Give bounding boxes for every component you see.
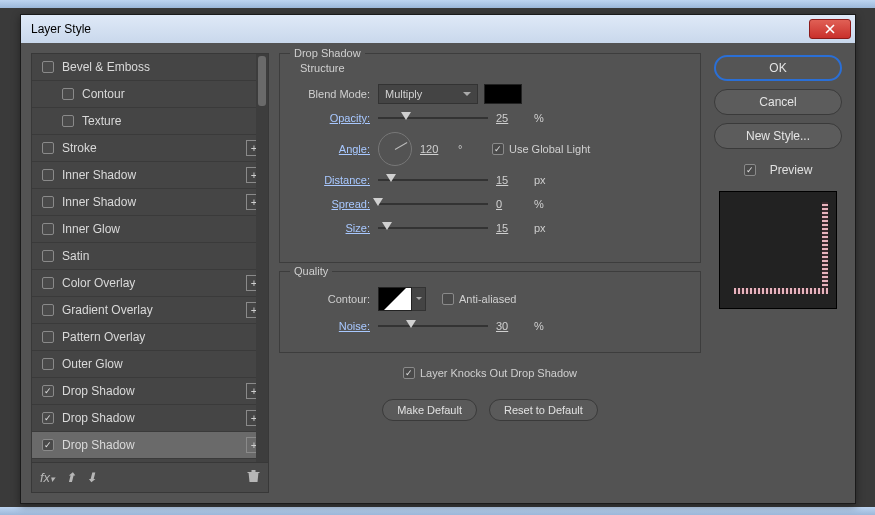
style-label: Contour <box>82 87 262 101</box>
style-row[interactable]: Stroke+ <box>32 135 268 162</box>
checkbox-icon[interactable] <box>42 250 54 262</box>
scrollbar[interactable] <box>256 54 268 462</box>
checkbox-icon[interactable] <box>42 304 54 316</box>
reset-default-button[interactable]: Reset to Default <box>489 399 598 421</box>
checkbox-icon[interactable] <box>42 331 54 343</box>
style-label: Outer Glow <box>62 357 262 371</box>
quality-title: Quality <box>290 265 332 277</box>
opacity-unit: % <box>534 112 558 124</box>
style-row[interactable]: Inner Glow <box>32 216 268 243</box>
distance-slider[interactable] <box>378 179 488 181</box>
spread-unit: % <box>534 198 558 210</box>
new-style-button[interactable]: New Style... <box>714 123 842 149</box>
angle-value[interactable]: 120 <box>420 143 458 155</box>
spread-value[interactable]: 0 <box>496 198 534 210</box>
noise-slider[interactable] <box>378 325 488 327</box>
style-row[interactable]: Contour <box>32 81 268 108</box>
checkbox-icon[interactable] <box>42 439 54 451</box>
style-row[interactable]: Drop Shadow+ <box>32 432 268 459</box>
use-global-light-checkbox[interactable]: Use Global Light <box>492 143 590 155</box>
size-value[interactable]: 15 <box>496 222 534 234</box>
noise-value[interactable]: 30 <box>496 320 534 332</box>
checkbox-icon <box>744 164 756 176</box>
ok-button[interactable]: OK <box>714 55 842 81</box>
checkbox-icon <box>492 143 504 155</box>
panel-title: Drop Shadow <box>290 47 365 59</box>
noise-label[interactable]: Noise: <box>290 320 378 332</box>
distance-label[interactable]: Distance: <box>290 174 378 186</box>
style-row[interactable]: Color Overlay+ <box>32 270 268 297</box>
spread-slider[interactable] <box>378 203 488 205</box>
close-button[interactable] <box>809 19 851 39</box>
checkbox-icon[interactable] <box>62 115 74 127</box>
style-row[interactable]: Inner Shadow+ <box>32 162 268 189</box>
style-label: Bevel & Emboss <box>62 60 262 74</box>
style-row[interactable]: Inner Shadow+ <box>32 189 268 216</box>
style-label: Pattern Overlay <box>62 330 262 344</box>
cancel-button[interactable]: Cancel <box>714 89 842 115</box>
contour-dropdown-icon[interactable] <box>412 287 426 311</box>
checkbox-icon[interactable] <box>42 61 54 73</box>
style-row[interactable]: Satin <box>32 243 268 270</box>
opacity-slider[interactable] <box>378 117 488 119</box>
contour-label: Contour: <box>290 293 378 305</box>
style-row[interactable]: Drop Shadow+ <box>32 378 268 405</box>
checkbox-icon[interactable] <box>42 412 54 424</box>
titlebar[interactable]: Layer Style <box>21 15 855 43</box>
style-label: Inner Shadow <box>62 168 246 182</box>
scrollbar-thumb[interactable] <box>258 56 266 106</box>
blend-mode-select[interactable]: Multiply <box>378 84 478 104</box>
checkbox-icon[interactable] <box>42 277 54 289</box>
noise-unit: % <box>534 320 558 332</box>
fx-icon[interactable]: fx▾ <box>40 470 55 485</box>
move-down-icon[interactable]: ⬇ <box>86 470 97 485</box>
checkbox-icon <box>442 293 454 305</box>
shadow-color-swatch[interactable] <box>484 84 522 104</box>
style-list-footer: fx▾ ⬆ ⬇ <box>32 462 268 492</box>
style-label: Satin <box>62 249 262 263</box>
checkbox-icon[interactable] <box>42 196 54 208</box>
style-row[interactable]: Outer Glow <box>32 351 268 378</box>
spread-label[interactable]: Spread: <box>290 198 378 210</box>
opacity-label[interactable]: Opacity: <box>290 112 378 124</box>
style-label: Gradient Overlay <box>62 303 246 317</box>
distance-value[interactable]: 15 <box>496 174 534 186</box>
style-label: Texture <box>82 114 262 128</box>
size-slider[interactable] <box>378 227 488 229</box>
checkbox-icon[interactable] <box>62 88 74 100</box>
quality-group: Quality Contour: Anti-aliased Noise: <box>279 271 701 353</box>
angle-label[interactable]: Angle: <box>290 143 378 155</box>
antialiased-checkbox[interactable]: Anti-aliased <box>442 293 516 305</box>
checkbox-icon[interactable] <box>42 358 54 370</box>
style-row[interactable]: Gradient Overlay+ <box>32 297 268 324</box>
preview-thumbnail <box>719 191 837 309</box>
style-row[interactable]: Drop Shadow+ <box>32 405 268 432</box>
style-row[interactable]: Bevel & Emboss⌃ <box>32 54 268 81</box>
size-label[interactable]: Size: <box>290 222 378 234</box>
opacity-value[interactable]: 25 <box>496 112 534 124</box>
layer-knocks-out-checkbox[interactable]: Layer Knocks Out Drop Shadow <box>403 367 577 379</box>
style-label: Inner Shadow <box>62 195 246 209</box>
checkbox-icon[interactable] <box>42 385 54 397</box>
style-list[interactable]: Bevel & Emboss⌃ContourTextureStroke+Inne… <box>32 54 268 462</box>
style-label: Drop Shadow <box>62 384 246 398</box>
move-up-icon[interactable]: ⬆ <box>65 470 76 485</box>
contour-picker[interactable] <box>378 287 412 311</box>
preview-checkbox[interactable]: Preview <box>744 163 813 177</box>
trash-icon[interactable] <box>247 469 260 487</box>
checkbox-icon[interactable] <box>42 223 54 235</box>
dialog-title: Layer Style <box>31 22 809 36</box>
style-row[interactable]: Pattern Overlay <box>32 324 268 351</box>
angle-dial[interactable] <box>378 132 412 166</box>
checkbox-icon[interactable] <box>42 169 54 181</box>
style-list-panel: Bevel & Emboss⌃ContourTextureStroke+Inne… <box>31 53 269 493</box>
style-label: Stroke <box>62 141 246 155</box>
make-default-button[interactable]: Make Default <box>382 399 477 421</box>
style-row[interactable]: Texture <box>32 108 268 135</box>
checkbox-icon[interactable] <box>42 142 54 154</box>
style-label: Inner Glow <box>62 222 262 236</box>
layer-style-dialog: Layer Style Bevel & Emboss⌃ContourTextur… <box>20 14 856 504</box>
style-label: Drop Shadow <box>62 411 246 425</box>
close-icon <box>825 24 835 34</box>
style-label: Color Overlay <box>62 276 246 290</box>
